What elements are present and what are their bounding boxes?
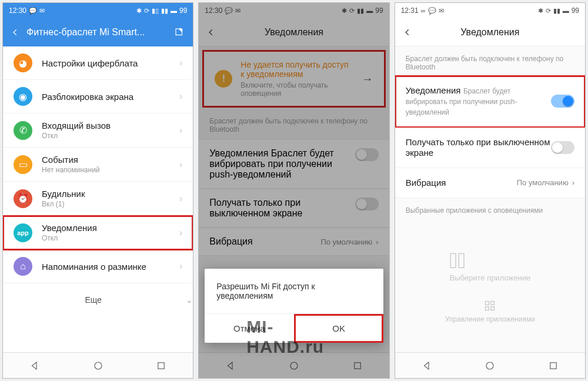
empty-state: 👁̸ Выберите приложение Управление прилож… [395,219,585,352]
row-more[interactable]: Еще ⌄ [3,283,193,316]
row-label: Входящий вызов [42,121,179,131]
row-label: События [42,155,179,165]
nav-home-icon[interactable] [485,360,495,371]
svg-point-1 [95,362,102,369]
notifications-page: Браслет должен быть подключен к телефону… [395,46,585,352]
switch-off[interactable] [551,141,574,154]
row-label: Вибрация [406,178,446,188]
chevron-right-icon: › [179,261,182,272]
battery-icon: ▬ [171,7,177,14]
row-label: Разблокировка экрана [42,92,179,102]
dialog-body: Разрешить Mi Fit доступ к уведомлениям [205,269,383,313]
row-call[interactable]: ✆ Входящий вызов Откл › [3,113,193,148]
apps-grid-icon [484,300,496,312]
settings-list: ◕ Настройки циферблата › ◉ Разблокировка… [3,46,193,352]
row-vibration[interactable]: Вибрация По умолчанию › [395,168,585,198]
switch-on[interactable] [551,95,574,108]
nav-back-icon[interactable] [422,360,432,371]
unlock-icon: ◉ [14,87,32,106]
back-icon[interactable] [403,28,412,36]
infinity-icon: ∞ [421,7,426,14]
chevron-right-icon: › [179,58,182,68]
nav-back-icon[interactable] [29,360,40,371]
mail-icon: ✉ [439,7,444,15]
chevron-down-icon: ⌄ [186,295,193,305]
manage-apps-button[interactable]: Управление приложениями [445,300,535,323]
row-watchface[interactable]: ◕ Настройки циферблата › [3,46,193,80]
toggle-label: Получать только при выключенном экране [406,137,550,158]
dial-icon: ◕ [14,54,32,72]
phone-icon: ✆ [14,121,32,140]
eye-off-icon: 👁̸ [450,248,531,273]
row-sublabel: Откл [42,132,179,140]
status-battery: 99 [572,6,579,15]
svg-point-9 [486,362,493,369]
nav-bar [3,352,193,378]
nav-bar [395,352,585,378]
toggle-notifications[interactable]: Уведомления Браслет будет вибрировать пр… [395,76,585,128]
status-time: 12:31 [401,6,419,15]
row-alarm[interactable]: ⏰ Будильник Вкл (1) › [3,182,193,216]
bluetooth-icon: ✱ [538,7,543,15]
row-sublabel: Нет напоминаний [42,166,179,174]
signal-icon-2: ▮▮ [161,7,168,15]
signal-icon: ▮▮ [553,7,560,15]
dialog-ok-button[interactable]: OK [294,314,383,343]
row-label: Настройки циферблата [42,58,179,68]
row-notifications[interactable]: app Уведомления Откл › [3,216,193,250]
sync-icon: ⟳ [144,7,149,15]
chevron-right-icon: › [179,125,182,136]
row-label: Напоминания о разминке [42,262,179,272]
row-events[interactable]: ▭ События Нет напоминаний › [3,148,193,182]
header-title: Уведомления [419,27,562,38]
screen-3: 12:31 ∞ 💬 ✉ ✱ ⟳ ▮▮ ▬ 99 Уведомления Брас… [395,2,586,379]
nav-recent-icon[interactable] [156,360,166,371]
row-idle-alerts[interactable]: ⌂ Напоминания о разминке › [3,250,193,283]
row-label: Будильник [42,189,179,199]
app-header: Уведомления [395,18,585,46]
back-icon[interactable] [11,28,19,36]
selected-apps-label: Выбранные приложения с оповещениями [395,198,585,219]
battery-icon: ▬ [563,7,569,14]
status-bar: 12:31 ∞ 💬 ✉ ✱ ⟳ ▮▮ ▬ 99 [395,3,585,18]
bluetooth-icon: ✱ [136,7,142,15]
edit-icon[interactable] [174,27,185,38]
permission-dialog: Разрешить Mi Fit доступ к уведомлениям О… [205,269,383,343]
signal-icon: ▮▯ [152,7,159,15]
status-bar: 12:30 💬 ✉ ✱ ⟳ ▮▯ ▮▮ ▬ 99 [3,3,193,18]
row-value: По умолчанию [517,178,569,187]
dialog-cancel-button[interactable]: Отмена [205,314,293,343]
events-icon: ▭ [14,155,32,174]
status-time: 12:30 [9,6,26,15]
chevron-right-icon: › [179,91,182,102]
chevron-right-icon: › [179,228,182,238]
status-battery: 99 [179,6,187,15]
svg-rect-6 [491,301,495,305]
row-label: Уведомления [42,223,179,233]
idle-icon: ⌂ [14,257,32,276]
header-title: Фитнес-браслет Mi Smart... [26,27,167,38]
alarm-icon: ⏰ [14,189,32,208]
empty-text: Выберите приложение [450,273,531,282]
manage-apps-label: Управление приложениями [445,315,535,323]
more-label: Еще [3,295,183,305]
nav-recent-icon[interactable] [548,360,559,371]
toggle-label: Уведомления [406,85,461,95]
toggle-screen-off-only[interactable]: Получать только при выключенном экране [395,128,585,168]
app-icon: app [14,223,32,242]
chevron-right-icon: › [179,193,182,204]
bluetooth-note: Браслет должен быть подключен к телефону… [395,46,585,76]
svg-rect-8 [491,306,495,310]
mail-icon: ✉ [39,7,45,15]
row-sublabel: Вкл (1) [42,200,179,208]
svg-rect-2 [158,362,165,369]
app-header: Фитнес-браслет Mi Smart... [3,18,193,46]
svg-rect-10 [550,362,557,369]
nav-home-icon[interactable] [93,360,103,371]
chat-icon: 💬 [29,7,37,15]
svg-rect-5 [486,301,489,305]
chevron-right-icon: › [572,178,574,187]
chat-icon: 💬 [428,7,436,15]
row-unlock[interactable]: ◉ Разблокировка экрана › [3,80,193,113]
row-sublabel: Откл [42,234,179,242]
